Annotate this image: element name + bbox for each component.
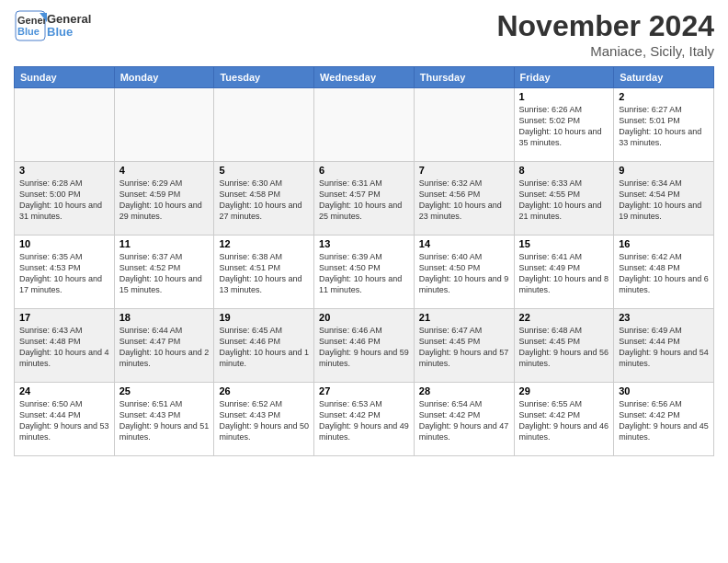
svg-text:Blue: Blue xyxy=(17,26,40,37)
table-row: 4Sunrise: 6:29 AMSunset: 4:59 PMDaylight… xyxy=(114,162,214,236)
day-info: Sunrise: 6:26 AMSunset: 5:02 PMDaylight:… xyxy=(519,104,609,149)
logo-blue: Blue xyxy=(47,26,91,39)
day-number: 24 xyxy=(19,385,109,396)
table-row xyxy=(314,88,415,162)
calendar-table: Sunday Monday Tuesday Wednesday Thursday… xyxy=(14,66,714,456)
day-info: Sunrise: 6:27 AMSunset: 5:01 PMDaylight:… xyxy=(619,104,709,149)
logo-general: General xyxy=(47,13,91,26)
day-info: Sunrise: 6:42 AMSunset: 4:48 PMDaylight:… xyxy=(619,251,709,296)
table-row: 3Sunrise: 6:28 AMSunset: 5:00 PMDaylight… xyxy=(15,162,115,236)
day-number: 26 xyxy=(219,385,309,396)
table-row: 22Sunrise: 6:48 AMSunset: 4:45 PMDayligh… xyxy=(514,309,614,383)
table-row: 21Sunrise: 6:47 AMSunset: 4:45 PMDayligh… xyxy=(414,309,514,383)
day-number: 4 xyxy=(119,165,210,176)
table-row: 15Sunrise: 6:41 AMSunset: 4:49 PMDayligh… xyxy=(514,236,614,309)
page: General Blue General Blue November 2024 … xyxy=(0,0,728,563)
day-number: 20 xyxy=(319,312,409,323)
table-row: 25Sunrise: 6:51 AMSunset: 4:43 PMDayligh… xyxy=(114,383,214,456)
day-info: Sunrise: 6:29 AMSunset: 4:59 PMDaylight:… xyxy=(119,178,210,223)
table-row: 27Sunrise: 6:53 AMSunset: 4:42 PMDayligh… xyxy=(314,383,415,456)
day-number: 11 xyxy=(119,238,210,249)
table-row: 14Sunrise: 6:40 AMSunset: 4:50 PMDayligh… xyxy=(414,236,514,309)
table-row: 7Sunrise: 6:32 AMSunset: 4:56 PMDaylight… xyxy=(414,162,514,236)
col-sunday: Sunday xyxy=(15,67,115,88)
calendar-row-2: 3Sunrise: 6:28 AMSunset: 5:00 PMDaylight… xyxy=(15,162,714,236)
day-info: Sunrise: 6:34 AMSunset: 4:54 PMDaylight:… xyxy=(619,178,709,223)
table-row xyxy=(114,88,214,162)
month-title: November 2024 xyxy=(496,9,714,43)
day-number: 2 xyxy=(619,91,709,102)
title-block: November 2024 Maniace, Sicily, Italy xyxy=(496,9,714,59)
day-info: Sunrise: 6:46 AMSunset: 4:46 PMDaylight:… xyxy=(319,325,409,370)
table-row: 12Sunrise: 6:38 AMSunset: 4:51 PMDayligh… xyxy=(214,236,314,309)
col-thursday: Thursday xyxy=(414,67,514,88)
table-row: 11Sunrise: 6:37 AMSunset: 4:52 PMDayligh… xyxy=(114,236,214,309)
table-row: 26Sunrise: 6:52 AMSunset: 4:43 PMDayligh… xyxy=(214,383,314,456)
day-number: 16 xyxy=(619,238,709,249)
day-info: Sunrise: 6:49 AMSunset: 4:44 PMDaylight:… xyxy=(619,325,709,370)
day-info: Sunrise: 6:43 AMSunset: 4:48 PMDaylight:… xyxy=(19,325,109,370)
table-row: 29Sunrise: 6:55 AMSunset: 4:42 PMDayligh… xyxy=(514,383,614,456)
day-info: Sunrise: 6:44 AMSunset: 4:47 PMDaylight:… xyxy=(119,325,210,370)
col-tuesday: Tuesday xyxy=(214,67,314,88)
day-info: Sunrise: 6:38 AMSunset: 4:51 PMDaylight:… xyxy=(219,251,309,296)
col-saturday: Saturday xyxy=(614,67,714,88)
day-info: Sunrise: 6:33 AMSunset: 4:55 PMDaylight:… xyxy=(519,178,609,223)
day-info: Sunrise: 6:48 AMSunset: 4:45 PMDaylight:… xyxy=(519,325,609,370)
day-info: Sunrise: 6:52 AMSunset: 4:43 PMDaylight:… xyxy=(219,398,309,443)
calendar-header-row: Sunday Monday Tuesday Wednesday Thursday… xyxy=(15,67,714,88)
day-number: 10 xyxy=(19,238,109,249)
calendar-row-1: 1Sunrise: 6:26 AMSunset: 5:02 PMDaylight… xyxy=(15,88,714,162)
calendar-row-3: 10Sunrise: 6:35 AMSunset: 4:53 PMDayligh… xyxy=(15,236,714,309)
table-row: 9Sunrise: 6:34 AMSunset: 4:54 PMDaylight… xyxy=(614,162,714,236)
day-number: 18 xyxy=(119,312,210,323)
table-row: 8Sunrise: 6:33 AMSunset: 4:55 PMDaylight… xyxy=(514,162,614,236)
day-info: Sunrise: 6:41 AMSunset: 4:49 PMDaylight:… xyxy=(519,251,609,296)
day-number: 28 xyxy=(419,385,509,396)
day-number: 27 xyxy=(319,385,409,396)
table-row xyxy=(414,88,514,162)
day-number: 23 xyxy=(619,312,709,323)
day-number: 17 xyxy=(19,312,109,323)
logo-icon: General Blue xyxy=(14,9,47,42)
header: General Blue General Blue November 2024 … xyxy=(14,9,714,59)
table-row: 17Sunrise: 6:43 AMSunset: 4:48 PMDayligh… xyxy=(15,309,115,383)
calendar-row-5: 24Sunrise: 6:50 AMSunset: 4:44 PMDayligh… xyxy=(15,383,714,456)
day-info: Sunrise: 6:55 AMSunset: 4:42 PMDaylight:… xyxy=(519,398,609,443)
day-info: Sunrise: 6:35 AMSunset: 4:53 PMDaylight:… xyxy=(19,251,109,296)
table-row: 23Sunrise: 6:49 AMSunset: 4:44 PMDayligh… xyxy=(614,309,714,383)
day-info: Sunrise: 6:54 AMSunset: 4:42 PMDaylight:… xyxy=(419,398,509,443)
day-number: 25 xyxy=(119,385,210,396)
day-number: 22 xyxy=(519,312,609,323)
table-row xyxy=(214,88,314,162)
location: Maniace, Sicily, Italy xyxy=(496,43,714,59)
day-info: Sunrise: 6:32 AMSunset: 4:56 PMDaylight:… xyxy=(419,178,509,223)
day-number: 6 xyxy=(319,165,409,176)
col-wednesday: Wednesday xyxy=(314,67,415,88)
day-number: 29 xyxy=(519,385,609,396)
day-number: 21 xyxy=(419,312,509,323)
table-row: 18Sunrise: 6:44 AMSunset: 4:47 PMDayligh… xyxy=(114,309,214,383)
day-info: Sunrise: 6:30 AMSunset: 4:58 PMDaylight:… xyxy=(219,178,309,223)
day-number: 7 xyxy=(419,165,509,176)
day-number: 5 xyxy=(219,165,309,176)
day-number: 1 xyxy=(519,91,609,102)
day-number: 19 xyxy=(219,312,309,323)
table-row: 13Sunrise: 6:39 AMSunset: 4:50 PMDayligh… xyxy=(314,236,415,309)
day-info: Sunrise: 6:40 AMSunset: 4:50 PMDaylight:… xyxy=(419,251,509,296)
day-number: 8 xyxy=(519,165,609,176)
day-number: 13 xyxy=(319,238,409,249)
day-info: Sunrise: 6:47 AMSunset: 4:45 PMDaylight:… xyxy=(419,325,509,370)
day-number: 3 xyxy=(19,165,109,176)
day-number: 30 xyxy=(619,385,709,396)
day-info: Sunrise: 6:31 AMSunset: 4:57 PMDaylight:… xyxy=(319,178,409,223)
table-row: 10Sunrise: 6:35 AMSunset: 4:53 PMDayligh… xyxy=(15,236,115,309)
table-row: 6Sunrise: 6:31 AMSunset: 4:57 PMDaylight… xyxy=(314,162,415,236)
table-row: 1Sunrise: 6:26 AMSunset: 5:02 PMDaylight… xyxy=(514,88,614,162)
day-info: Sunrise: 6:56 AMSunset: 4:42 PMDaylight:… xyxy=(619,398,709,443)
table-row: 19Sunrise: 6:45 AMSunset: 4:46 PMDayligh… xyxy=(214,309,314,383)
table-row: 2Sunrise: 6:27 AMSunset: 5:01 PMDaylight… xyxy=(614,88,714,162)
day-info: Sunrise: 6:37 AMSunset: 4:52 PMDaylight:… xyxy=(119,251,210,296)
day-info: Sunrise: 6:50 AMSunset: 4:44 PMDaylight:… xyxy=(19,398,109,443)
day-info: Sunrise: 6:39 AMSunset: 4:50 PMDaylight:… xyxy=(319,251,409,296)
